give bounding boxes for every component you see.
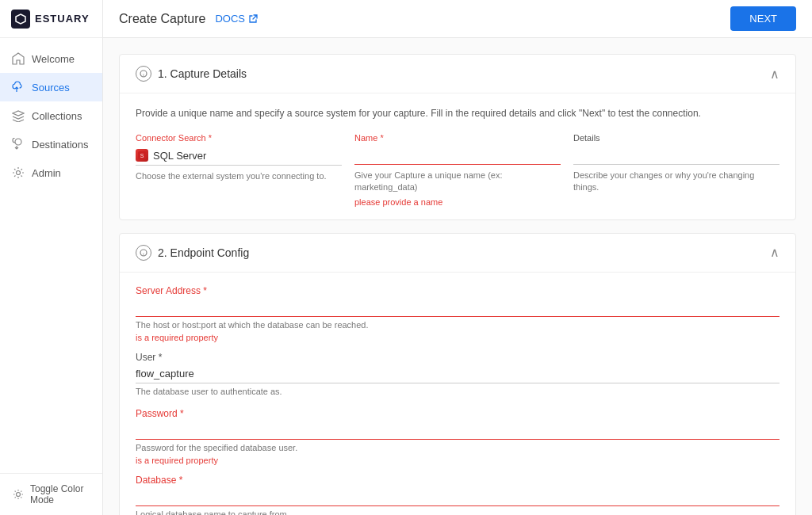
svg-text:i: i <box>143 72 144 78</box>
cloud-download-icon <box>11 137 25 151</box>
endpoint-config-title-row: i 2. Endpoint Config <box>136 245 249 261</box>
server-address-group: Server Address * The host or host:port a… <box>136 285 779 342</box>
next-button[interactable]: NEXT <box>730 6 796 31</box>
sidebar-item-collections-label: Collections <box>32 110 82 122</box>
sidebar-item-welcome[interactable]: Welcome <box>0 44 102 73</box>
section2-number: i <box>136 245 151 261</box>
logo-icon <box>11 10 30 29</box>
chevron-up-icon: ∧ <box>770 67 779 82</box>
main-content: Create Capture DOCS NEXT i <box>103 0 812 515</box>
capture-name-hint: Give your Capture a unique name (ex: mar… <box>354 170 561 194</box>
endpoint-config-section: i 2. Endpoint Config ∧ Server Address * … <box>119 233 796 515</box>
capture-details-header[interactable]: i 1. Capture Details ∧ <box>120 55 795 93</box>
sidebar-item-sources-label: Sources <box>32 82 70 93</box>
sidebar-item-welcome-label: Welcome <box>32 53 75 65</box>
password-input[interactable] <box>136 421 779 440</box>
user-hint: The database user to authenticate as. <box>136 386 779 398</box>
capture-details-form-row: Connector Search * S SQL Server Choose t… <box>136 133 779 207</box>
capture-details-input[interactable] <box>573 146 779 165</box>
user-input[interactable] <box>136 364 779 383</box>
logo-text: ESTUARY <box>35 13 90 25</box>
svg-text:i: i <box>143 250 144 257</box>
database-group: Database * Logical database name to capt… <box>136 475 779 515</box>
capture-details-body: Provide a unique name and specify a sour… <box>120 93 795 219</box>
logo: ESTUARY <box>0 0 102 38</box>
cloud-upload-icon <box>11 80 25 94</box>
home-icon <box>11 52 25 66</box>
database-hint: Logical database name to capture from. <box>136 509 779 515</box>
svg-point-1 <box>17 171 21 175</box>
capture-name-label: Name * <box>354 133 561 143</box>
server-address-label: Server Address * <box>136 285 779 296</box>
database-label: Database * <box>136 475 779 486</box>
chevron-up-icon-2: ∧ <box>770 245 779 260</box>
capture-name-error: please provide a name <box>354 197 561 207</box>
external-link-icon <box>248 13 259 24</box>
connector-value-label: SQL Server <box>153 150 206 162</box>
sidebar-item-sources[interactable]: Sources <box>0 73 102 101</box>
password-label: Password * <box>136 408 779 419</box>
capture-details-title-row: i 1. Capture Details <box>136 66 247 82</box>
server-address-input[interactable] <box>136 298 779 317</box>
user-group: User * The database user to authenticate… <box>136 352 779 398</box>
docs-link[interactable]: DOCS <box>215 13 259 25</box>
user-label: User * <box>136 352 779 363</box>
capture-details-field-label: Details <box>573 133 779 143</box>
connector-search-field[interactable]: S SQL Server <box>136 146 342 166</box>
sql-server-icon: S <box>136 149 148 162</box>
server-address-hint: The host or host:port at which the datab… <box>136 319 779 331</box>
password-hint: Password for the specified database user… <box>136 442 779 454</box>
sidebar-item-destinations-label: Destinations <box>32 139 89 151</box>
password-error: is a required property <box>136 456 779 465</box>
gear-icon <box>11 166 25 180</box>
page-title: Create Capture <box>119 12 205 26</box>
capture-name-group: Name * Give your Capture a unique name (… <box>354 133 561 207</box>
capture-details-title: 1. Capture Details <box>158 67 247 80</box>
server-address-error: is a required property <box>136 333 779 342</box>
content-area: i 1. Capture Details ∧ Provide a unique … <box>103 38 812 515</box>
capture-details-desc: Provide a unique name and specify a sour… <box>136 106 779 120</box>
sidebar-item-admin-label: Admin <box>32 167 61 179</box>
connector-hint: Choose the external system you're connec… <box>136 170 342 182</box>
docs-label: DOCS <box>215 13 245 25</box>
sidebar-nav: Welcome Sources Collections <box>0 38 102 473</box>
sidebar: ESTUARY Welcome Sources <box>0 0 103 515</box>
svg-text:S: S <box>140 153 144 158</box>
sidebar-item-destinations[interactable]: Destinations <box>0 130 102 158</box>
endpoint-config-body: Server Address * The host or host:port a… <box>120 273 795 515</box>
capture-name-input[interactable] <box>354 146 561 165</box>
toggle-color-mode-button[interactable]: Toggle Color Mode <box>0 473 102 515</box>
svg-point-0 <box>15 139 21 145</box>
capture-details-hint: Describe your changes or why you're chan… <box>573 170 779 194</box>
endpoint-fields: Server Address * The host or host:port a… <box>136 285 779 515</box>
capture-details-group: Details Describe your changes or why you… <box>573 133 779 207</box>
layers-icon <box>11 109 25 123</box>
sidebar-item-admin[interactable]: Admin <box>0 158 102 187</box>
svg-point-2 <box>17 493 21 497</box>
sun-icon <box>11 487 25 502</box>
sidebar-item-collections[interactable]: Collections <box>0 101 102 130</box>
endpoint-config-title: 2. Endpoint Config <box>158 246 249 259</box>
endpoint-config-header[interactable]: i 2. Endpoint Config ∧ <box>120 234 795 273</box>
connector-search-group: Connector Search * S SQL Server Choose t… <box>136 133 342 207</box>
toggle-color-mode-label: Toggle Color Mode <box>30 483 91 505</box>
password-group: Password * Password for the specified da… <box>136 408 779 465</box>
capture-details-section: i 1. Capture Details ∧ Provide a unique … <box>119 54 796 220</box>
database-input[interactable] <box>136 487 779 506</box>
section1-number: i <box>136 66 151 82</box>
page-header: Create Capture DOCS NEXT <box>103 0 812 38</box>
connector-search-label: Connector Search * <box>136 133 342 143</box>
